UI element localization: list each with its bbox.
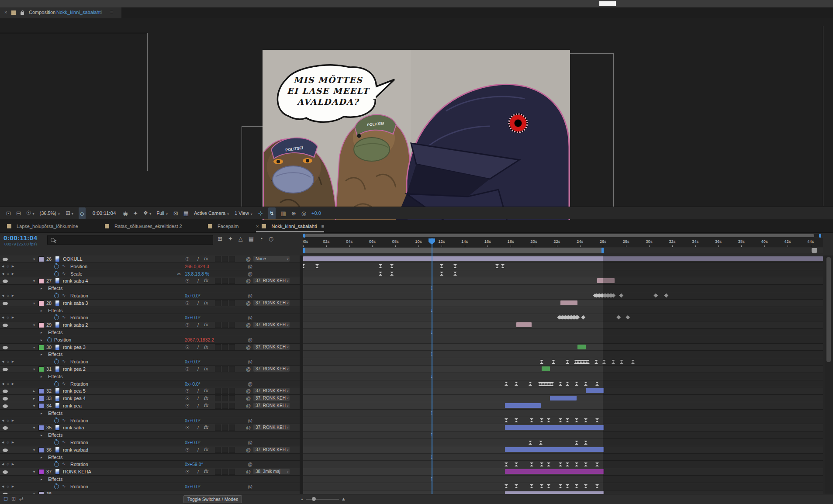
tab-Ratas_sõltuvuses_ekreiitidest 2[interactable]: Ratas_sõltuvuses_ekreiitidest 2 xyxy=(105,222,182,231)
property-name[interactable]: Rotation xyxy=(70,440,88,445)
switch-cell[interactable] xyxy=(222,366,228,372)
keyframe-navigator[interactable]: ◀◇▶ xyxy=(2,316,17,319)
shy-switch[interactable]: ☉ xyxy=(185,469,190,475)
shy-switch[interactable]: ☉ xyxy=(185,425,190,431)
keyframe[interactable] xyxy=(530,484,533,488)
row-track[interactable] xyxy=(303,490,823,494)
keyframe-cluster[interactable] xyxy=(550,382,554,386)
twirl-closed-icon[interactable]: ▸ xyxy=(33,389,35,393)
row-track[interactable]: I xyxy=(303,373,823,380)
property-name[interactable]: Position xyxy=(54,337,71,342)
layer-color-swatch[interactable] xyxy=(38,345,44,350)
switch-cell[interactable] xyxy=(215,256,221,262)
layer-color-swatch[interactable] xyxy=(38,425,44,431)
exposure-value[interactable]: +0.0 xyxy=(311,211,321,216)
timeline-horizontal-scrollbar[interactable] xyxy=(303,234,821,238)
visibility-toggle[interactable] xyxy=(3,426,8,430)
layer-name[interactable]: ronk saba 3 xyxy=(63,300,88,306)
keyframe[interactable] xyxy=(584,418,588,422)
keyframe-navigator[interactable]: ◀◇▶ xyxy=(2,272,17,276)
fx-switch[interactable]: fx xyxy=(204,344,208,350)
stopwatch-icon[interactable] xyxy=(54,382,59,387)
layer-name[interactable]: ronk pea xyxy=(63,403,82,408)
expand-layer-switches-icon[interactable]: ⊟ xyxy=(3,496,8,502)
switch-cell[interactable] xyxy=(215,366,221,372)
quality-switch[interactable]: / xyxy=(197,300,199,306)
stopwatch-icon[interactable] xyxy=(54,272,59,276)
row-track[interactable] xyxy=(303,446,823,454)
keyframe[interactable] xyxy=(315,264,319,268)
keyframe[interactable] xyxy=(559,418,562,422)
fx-switch[interactable]: fx xyxy=(204,425,208,430)
keyframe-navigator[interactable]: ◀◇▶ xyxy=(2,485,17,488)
twirl-open-icon[interactable]: ▾ xyxy=(33,426,35,430)
keyframe[interactable] xyxy=(575,441,578,445)
multi-comp-icon[interactable]: ⊡ xyxy=(6,207,11,219)
layer-color-swatch[interactable] xyxy=(38,469,44,475)
comp-mini-flowchart-icon[interactable]: ⊞ xyxy=(218,235,222,242)
parent-pickwhip-icon[interactable]: @ xyxy=(246,469,251,474)
stopwatch-icon[interactable] xyxy=(54,418,59,423)
quality-switch[interactable]: / xyxy=(197,366,199,372)
zoom-in-icon[interactable]: ▲ xyxy=(341,496,346,501)
keyframe[interactable] xyxy=(495,264,499,268)
row-track[interactable] xyxy=(303,483,823,490)
shy-switch[interactable]: ☉ xyxy=(185,278,190,284)
keyframe[interactable] xyxy=(505,418,508,422)
panel-menu-icon[interactable]: ≡ xyxy=(110,9,113,14)
keyframe[interactable] xyxy=(515,382,518,386)
row-track[interactable] xyxy=(303,300,823,307)
row-track[interactable]: I xyxy=(303,307,823,314)
switch-cell[interactable] xyxy=(222,300,228,306)
timeline-panel-icon[interactable]: ▥ xyxy=(281,207,286,219)
shy-switch[interactable]: ☉ xyxy=(185,322,190,328)
visibility-toggle[interactable] xyxy=(3,449,8,452)
property-value[interactable]: 0x+0.0° xyxy=(185,359,200,364)
active-camera-select[interactable]: Active Camera∨ xyxy=(194,211,229,216)
shy-switch[interactable]: ☉ xyxy=(185,396,190,401)
twirl-open-icon[interactable]: ▾ xyxy=(33,301,35,305)
effects-group-label[interactable]: Effects xyxy=(48,352,62,357)
shy-switch[interactable]: ☉ xyxy=(185,388,190,394)
keyframe[interactable] xyxy=(559,463,562,466)
keyframe[interactable] xyxy=(540,463,543,466)
layer-color-swatch[interactable] xyxy=(38,322,44,328)
keyframe[interactable] xyxy=(575,484,578,488)
effects-group-label[interactable]: Effects xyxy=(48,330,62,335)
stopwatch-icon[interactable] xyxy=(54,315,59,320)
row-track[interactable] xyxy=(303,277,823,285)
close-icon[interactable]: × xyxy=(4,10,7,15)
switch-cell[interactable] xyxy=(215,300,221,306)
keyframe[interactable] xyxy=(581,315,585,319)
parent-pickwhip-icon[interactable]: @ xyxy=(248,264,252,269)
keyframe[interactable] xyxy=(595,484,599,488)
fx-switch[interactable]: fx xyxy=(204,388,208,394)
keyframe[interactable] xyxy=(595,463,599,466)
shy-switch[interactable]: ☉ xyxy=(185,345,190,350)
expand-inout-icon[interactable]: ⇄ xyxy=(19,496,24,502)
playhead-line[interactable] xyxy=(432,238,432,494)
tab-Lapse_hoiupõrsa_lõhkumine[interactable]: Lapse_hoiupõrsa_lõhkumine xyxy=(7,222,78,231)
layer-color-swatch[interactable] xyxy=(38,366,44,372)
row-track[interactable]: I xyxy=(303,432,823,439)
visibility-toggle[interactable] xyxy=(3,404,8,408)
layer-duration-bar[interactable] xyxy=(597,278,615,283)
keyframe[interactable] xyxy=(540,418,543,422)
row-track[interactable] xyxy=(303,402,823,410)
snapshot-icon[interactable]: ◉ xyxy=(123,207,128,219)
fx-switch[interactable]: fx xyxy=(204,395,208,401)
pixel-aspect-icon[interactable]: ⊹ xyxy=(258,207,263,219)
keyframe[interactable] xyxy=(619,293,623,297)
parent-dropdown[interactable]: 37. RONK KEH∨ xyxy=(253,425,290,430)
effects-group-label[interactable]: Effects xyxy=(48,374,62,379)
parent-dropdown[interactable]: None∨ xyxy=(253,256,290,262)
keyframe[interactable] xyxy=(602,360,606,364)
fx-switch[interactable]: fx xyxy=(204,322,208,328)
switch-cell[interactable] xyxy=(215,447,221,453)
transparency-grid-icon[interactable]: ▦ xyxy=(183,207,189,219)
stopwatch-icon[interactable] xyxy=(54,293,59,298)
region-of-interest-icon[interactable]: ⊠ xyxy=(173,207,178,219)
layer-duration-bar[interactable] xyxy=(505,425,604,430)
graph-toggle-icon[interactable]: ∿ xyxy=(62,263,66,268)
current-timecode[interactable]: 0:00:11:04 xyxy=(3,234,38,242)
